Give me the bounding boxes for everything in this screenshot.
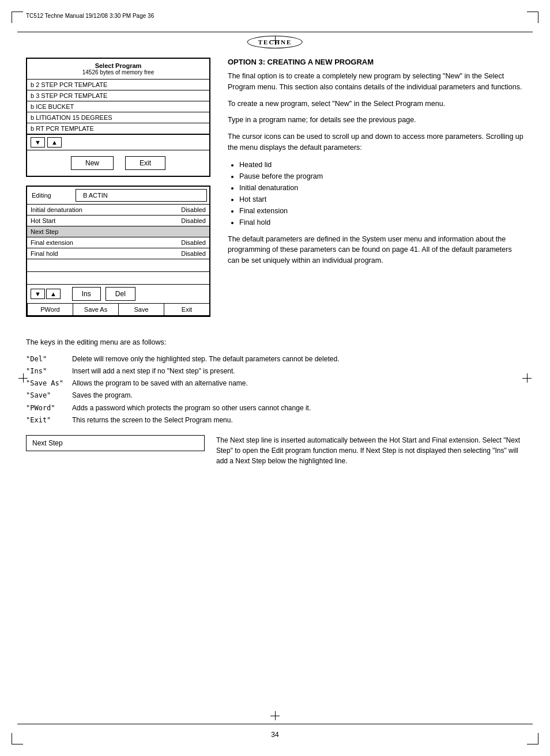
- corner-mark-br: [527, 733, 538, 744]
- page-border-top: [17, 32, 533, 32]
- editing-name[interactable]: B ACTIN: [76, 189, 207, 202]
- del-button[interactable]: Del: [106, 287, 135, 301]
- ins-button[interactable]: Ins: [72, 287, 101, 301]
- key-desc: Adds a password which protects the progr…: [72, 403, 524, 414]
- page-header: TC512 Techne Manual 19/12/08 3:30 PM Pag…: [26, 13, 524, 19]
- keys-intro: The keys in the editing menu are as foll…: [26, 337, 524, 348]
- bullet-item: Pause before the program: [239, 171, 524, 182]
- key-desc: Allows the program to be saved with an a…: [72, 378, 524, 389]
- save-button[interactable]: Save: [119, 304, 164, 316]
- row-value-final-ext: Disabled: [181, 239, 206, 246]
- techne-logo-wrap: TECHNE: [247, 36, 303, 48]
- editing-bottom-btns: Ins Del: [72, 287, 135, 301]
- editing-row-final-hold[interactable]: Final hold Disabled: [27, 248, 209, 259]
- key-name: "Save As": [26, 378, 72, 389]
- list-item[interactable]: b 3 STEP PCR TEMPLATE: [27, 90, 209, 101]
- page-number: 34: [266, 731, 283, 739]
- select-program-screen: Select Program 14526 bytes of memory fre…: [26, 58, 210, 177]
- para5: The default parameters are defined in th…: [228, 234, 524, 266]
- exit-button-1[interactable]: Exit: [125, 156, 165, 170]
- editing-scroll-down[interactable]: ▼: [31, 289, 45, 299]
- corner-mark-tr: [527, 12, 538, 23]
- bottom-section: The keys in the editing menu are as foll…: [26, 337, 524, 466]
- key-row: "Exit" This returns the screen to the Se…: [26, 415, 524, 426]
- key-row: "Save" Saves the program.: [26, 390, 524, 401]
- key-descriptions: "Del" Delete will remove only the highli…: [26, 354, 524, 426]
- editing-scroll-up[interactable]: ▲: [46, 289, 61, 299]
- key-row: "Del" Delete will remove only the highli…: [26, 354, 524, 365]
- editing-row-nextstep[interactable]: Next Step: [27, 226, 209, 237]
- techne-logo: TECHNE: [247, 36, 303, 48]
- main-content: Select Program 14526 bytes of memory fre…: [26, 58, 524, 716]
- bullet-list: Heated lid Pause before the program Init…: [239, 159, 524, 228]
- editing-header: Editing B ACTIN: [27, 187, 209, 205]
- editing-row-hotstart[interactable]: Hot Start Disabled: [27, 216, 209, 226]
- row-value-initial: Disabled: [181, 206, 206, 213]
- list-item[interactable]: b LITIGATION 15 DEGREES: [27, 112, 209, 123]
- para4: The cursor icons can be used to scroll u…: [228, 131, 524, 153]
- key-desc: Saves the program.: [72, 390, 524, 401]
- editing-label: Editing: [27, 189, 73, 202]
- editing-row-final-ext[interactable]: Final extension Disabled: [27, 237, 209, 248]
- list-item[interactable]: b ICE BUCKET: [27, 101, 209, 112]
- editing-arrow-group: ▼ ▲: [31, 289, 61, 299]
- row-value-final-hold: Disabled: [181, 250, 206, 257]
- key-row: "Ins" Insert will add a next step if no …: [26, 366, 524, 377]
- editing-row-initial[interactable]: Initial denaturation Disabled: [27, 205, 209, 216]
- key-name: "Ins": [26, 366, 72, 377]
- row-label-initial: Initial denaturation: [31, 206, 82, 213]
- para2: To create a new program, select "New" in…: [228, 99, 524, 109]
- section-title: OPTION 3: CREATING A NEW PROGRAM: [228, 58, 524, 66]
- new-button[interactable]: New: [71, 156, 114, 170]
- next-step-section: Next Step The Next step line is inserted…: [26, 435, 524, 466]
- scroll-down-button[interactable]: ▼: [31, 137, 45, 148]
- two-col-layout: Select Program 14526 bytes of memory fre…: [26, 58, 524, 326]
- key-name: "Del": [26, 354, 72, 365]
- save-as-button[interactable]: Save As: [73, 304, 119, 316]
- screen1-subtitle: 14526 bytes of memory free: [29, 69, 207, 75]
- bullet-item: Hot start: [239, 194, 524, 205]
- screen1-title: Select Program: [95, 62, 142, 69]
- bullet-item: Initial denaturation: [239, 182, 524, 194]
- right-column: OPTION 3: CREATING A NEW PROGRAM The fin…: [228, 58, 524, 326]
- key-name: "PWord": [26, 403, 72, 414]
- row-value-hotstart: Disabled: [181, 217, 206, 224]
- para3: Type in a program name; for details see …: [228, 115, 524, 126]
- key-row: "Save As" Allows the program to be saved…: [26, 378, 524, 389]
- editing-empty-row-1: [27, 259, 209, 272]
- corner-mark-bl: [12, 733, 23, 744]
- editing-screen: Editing B ACTIN Initial denaturation Dis…: [26, 186, 210, 317]
- key-row: "PWord" Adds a password which protects t…: [26, 403, 524, 414]
- editing-footer: PWord Save As Save Exit: [27, 304, 209, 316]
- key-name: "Exit": [26, 415, 72, 426]
- corner-mark-tl: [12, 12, 23, 23]
- next-step-box: Next Step: [26, 435, 205, 451]
- row-label-final-hold: Final hold: [31, 250, 58, 257]
- bullet-item: Final hold: [239, 217, 524, 228]
- editing-empty-row-2: [27, 272, 209, 285]
- exit-button-2[interactable]: Exit: [164, 304, 209, 316]
- next-step-description: The Next step line is inserted automatic…: [216, 435, 524, 466]
- bullet-item: Heated lid: [239, 159, 524, 171]
- screen1-arrows: ▼ ▲: [27, 134, 209, 150]
- screen1-header: Select Program 14526 bytes of memory fre…: [27, 59, 209, 80]
- screen1-buttons: New Exit: [27, 150, 209, 176]
- list-item[interactable]: b RT PCR TEMPLATE: [27, 123, 209, 134]
- list-item[interactable]: b 2 STEP PCR TEMPLATE: [27, 80, 209, 90]
- para1: The final option is to create a complete…: [228, 71, 524, 93]
- row-label-final-ext: Final extension: [31, 239, 73, 246]
- key-desc: This returns the screen to the Select Pr…: [72, 415, 524, 426]
- header-left: TC512 Techne Manual 19/12/08 3:30 PM Pag…: [26, 13, 154, 19]
- left-column: Select Program 14526 bytes of memory fre…: [26, 58, 210, 326]
- bullet-item: Final extension: [239, 205, 524, 217]
- pword-button[interactable]: PWord: [27, 304, 73, 316]
- editing-bottom-arrows: ▼ ▲ Ins Del: [27, 285, 209, 304]
- row-label-nextstep: Next Step: [31, 228, 58, 235]
- page-border-bottom: [17, 724, 533, 724]
- key-desc: Insert will add a next step if no "Next …: [72, 366, 524, 377]
- key-name: "Save": [26, 390, 72, 401]
- scroll-up-button[interactable]: ▲: [47, 137, 62, 148]
- key-desc: Delete will remove only the highlighted …: [72, 354, 524, 365]
- row-label-hotstart: Hot Start: [31, 217, 55, 224]
